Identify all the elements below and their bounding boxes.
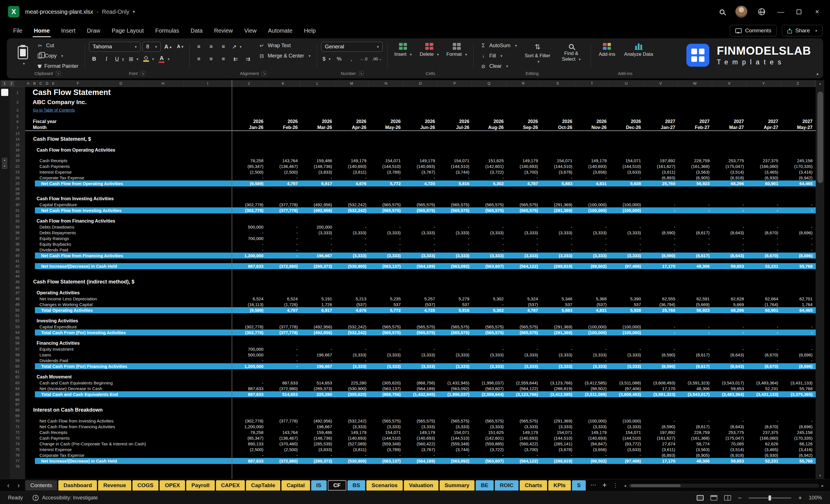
data-cell[interactable]: - bbox=[506, 242, 541, 247]
data-cell[interactable]: (285,539) bbox=[300, 441, 334, 446]
data-cell[interactable]: - bbox=[575, 453, 609, 458]
data-cell[interactable]: (3,333) bbox=[438, 424, 472, 429]
data-cell[interactable]: (3,333) bbox=[609, 352, 643, 357]
data-cell[interactable]: (492,956) bbox=[300, 324, 334, 329]
data-cell[interactable]: 4,720 bbox=[403, 181, 438, 186]
data-cell[interactable]: (8,643) bbox=[712, 352, 746, 357]
data-cell[interactable]: (2,500) bbox=[232, 169, 266, 175]
data-cell[interactable]: (563,092) bbox=[438, 264, 472, 269]
row-number[interactable]: 35 bbox=[10, 225, 25, 229]
row-number[interactable]: 43 bbox=[10, 270, 25, 274]
data-cell[interactable]: - bbox=[334, 236, 369, 241]
data-cell[interactable]: (175,047) bbox=[712, 164, 746, 169]
data-cell[interactable]: (3,412,585) bbox=[541, 392, 575, 397]
row-number[interactable]: 26 bbox=[10, 187, 25, 191]
data-cell[interactable]: (3,333) bbox=[472, 352, 506, 357]
new-sheet-button[interactable]: + bbox=[601, 480, 608, 491]
row-label-cell[interactable]: Cash and Cash Equivalents Beginning bbox=[25, 380, 232, 385]
comments-button[interactable]: Comments bbox=[730, 25, 777, 36]
data-cell[interactable]: (6,942) bbox=[781, 175, 815, 180]
data-cell[interactable]: (537) bbox=[506, 302, 541, 307]
data-cell[interactable]: (8,617) bbox=[678, 424, 712, 429]
data-cell[interactable]: 253,775 bbox=[712, 430, 746, 435]
data-cell[interactable]: 4,831 bbox=[575, 308, 609, 313]
sheet-options-icon[interactable]: ⋮ bbox=[611, 482, 619, 491]
sheet-tab-be[interactable]: BE bbox=[476, 480, 493, 491]
data-cell[interactable]: (8,590) bbox=[643, 253, 678, 258]
row-label-cell[interactable]: Corporate Tax Expense bbox=[25, 175, 232, 180]
data-cell[interactable]: - bbox=[712, 202, 746, 207]
data-cell[interactable]: (8,617) bbox=[678, 364, 712, 369]
align-right-button[interactable]: ≡ bbox=[218, 54, 228, 64]
row-label-cell[interactable]: Financing Activities bbox=[25, 341, 232, 346]
data-cell[interactable]: (537) bbox=[403, 302, 438, 307]
ribbon-tab-automate[interactable]: Automate bbox=[262, 25, 298, 37]
data-cell[interactable]: (85,347) bbox=[232, 436, 266, 441]
data-cell[interactable]: 5,928 bbox=[609, 308, 643, 313]
data-cell[interactable]: - bbox=[403, 236, 438, 241]
data-cell[interactable]: (3,333) bbox=[369, 230, 403, 235]
column-header-N[interactable]: N bbox=[369, 80, 403, 87]
row-number[interactable]: 32 bbox=[10, 214, 25, 218]
data-cell[interactable]: (3,767) bbox=[403, 169, 438, 175]
data-cell[interactable]: - bbox=[781, 324, 815, 329]
accounting-format-button[interactable]: $▾ bbox=[321, 54, 332, 64]
data-cell[interactable]: - bbox=[438, 224, 472, 229]
data-cell[interactable]: (559,885) bbox=[472, 441, 506, 446]
data-cell[interactable]: (291,369) bbox=[541, 418, 575, 423]
row-label-cell[interactable]: Cash Receipts bbox=[25, 430, 232, 435]
delete-cells-button[interactable]: Delete ▾ bbox=[417, 41, 441, 70]
data-cell[interactable]: (537) bbox=[334, 302, 369, 307]
data-cell[interactable]: 5,213 bbox=[334, 296, 369, 301]
data-cell[interactable]: 151,625 bbox=[472, 430, 506, 435]
data-cell[interactable]: (291,369) bbox=[541, 330, 575, 335]
data-cell[interactable]: - bbox=[712, 418, 746, 423]
data-cell[interactable]: (565,575) bbox=[438, 330, 472, 335]
data-cell[interactable]: 62,701 bbox=[781, 296, 815, 301]
data-cell[interactable]: 5,279 bbox=[438, 296, 472, 301]
row-label-cell[interactable]: Total Cash From (For) Investing Activiti… bbox=[25, 330, 232, 335]
data-cell[interactable]: - bbox=[541, 247, 575, 252]
row-number[interactable]: 13 bbox=[10, 131, 25, 135]
data-cell[interactable]: (564,122) bbox=[506, 264, 541, 269]
row-number[interactable]: 50 bbox=[10, 308, 25, 312]
data-cell[interactable]: (565,575) bbox=[403, 330, 438, 335]
row-label-cell[interactable]: Cash Movement bbox=[25, 374, 232, 380]
data-cell[interactable]: (16,113) bbox=[232, 302, 266, 307]
wrap-text-button[interactable]: ↵ Wrap Text bbox=[256, 41, 313, 50]
data-cell[interactable]: (3,514) bbox=[712, 447, 746, 452]
data-cell[interactable]: (565,575) bbox=[369, 324, 403, 329]
data-cell[interactable]: (6,930) bbox=[746, 453, 781, 458]
data-cell[interactable]: (3,514) bbox=[712, 169, 746, 175]
data-cell[interactable]: 2027 bbox=[678, 119, 712, 124]
data-cell[interactable]: 55,768 bbox=[781, 459, 815, 463]
data-cell[interactable]: - bbox=[506, 347, 541, 351]
comma-style-button[interactable]: , bbox=[346, 54, 357, 64]
data-cell[interactable]: - bbox=[678, 224, 712, 229]
data-cell[interactable]: 48,306 bbox=[678, 459, 712, 463]
data-cell[interactable]: - bbox=[438, 242, 472, 247]
data-cell[interactable]: 68,296 bbox=[712, 308, 746, 313]
minimize-button[interactable]: — bbox=[776, 8, 786, 16]
shrink-font-button[interactable]: A▾ bbox=[175, 42, 185, 52]
data-cell[interactable]: (563,137) bbox=[369, 386, 403, 391]
data-cell[interactable]: - bbox=[300, 347, 334, 351]
row-label-cell[interactable]: Cash Flow from Investing Activities bbox=[25, 196, 232, 201]
page-layout-view-button[interactable] bbox=[710, 495, 717, 501]
data-cell[interactable]: (3,465) bbox=[746, 169, 781, 175]
data-cell[interactable]: 500,000 bbox=[232, 352, 266, 357]
data-cell[interactable]: (3,333) bbox=[609, 364, 643, 369]
data-cell[interactable]: 149,179 bbox=[403, 430, 438, 435]
data-cell[interactable]: - bbox=[438, 453, 472, 458]
data-cell[interactable]: (3,333) bbox=[575, 424, 609, 429]
data-cell[interactable]: - bbox=[266, 230, 300, 235]
data-cell[interactable]: - bbox=[609, 236, 643, 241]
data-cell[interactable]: (8,696) bbox=[781, 364, 815, 369]
data-cell[interactable]: 500,000 bbox=[232, 224, 266, 229]
row-label-cell[interactable]: Corporate Tax Expense bbox=[25, 453, 232, 458]
sheet-tab-bs[interactable]: BS bbox=[348, 480, 365, 491]
row-number[interactable]: 14 bbox=[10, 137, 25, 141]
row-number[interactable]: 55 bbox=[10, 336, 25, 340]
sheet-tab-cogs[interactable]: COGS bbox=[132, 480, 159, 491]
data-cell[interactable]: 5,302 bbox=[472, 181, 506, 186]
